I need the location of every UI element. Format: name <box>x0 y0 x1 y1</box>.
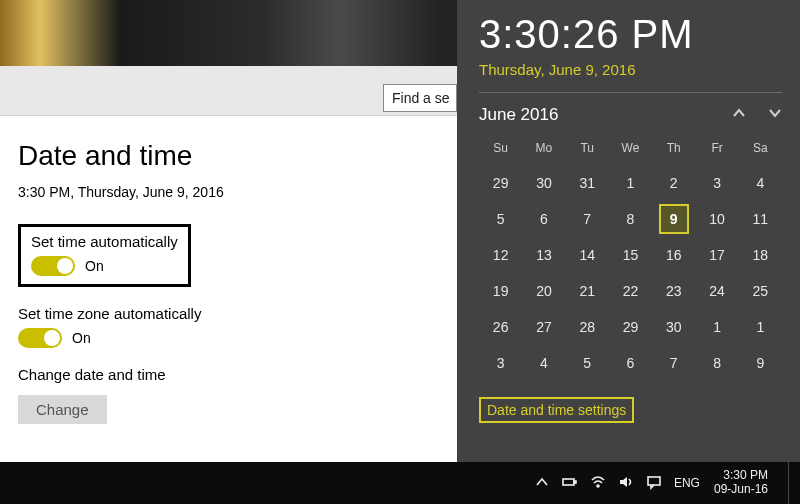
next-month-chevron-down-icon[interactable] <box>768 106 782 124</box>
calendar-day[interactable]: 5 <box>566 345 609 381</box>
svg-rect-0 <box>563 479 574 485</box>
calendar-day[interactable]: 16 <box>652 237 695 273</box>
calendar-day[interactable]: 22 <box>609 273 652 309</box>
calendar-day[interactable]: 4 <box>522 345 565 381</box>
calendar-day[interactable]: 9 <box>739 345 782 381</box>
change-label: Change date and time <box>18 366 438 383</box>
dow-header: Sa <box>739 135 782 165</box>
calendar-day[interactable]: 29 <box>479 165 522 201</box>
calendar-day[interactable]: 19 <box>479 273 522 309</box>
calendar-day[interactable]: 5 <box>479 201 522 237</box>
dow-header: We <box>609 135 652 165</box>
calendar-day[interactable]: 25 <box>739 273 782 309</box>
taskbar-clock[interactable]: 3:30 PM 09-Jun-16 <box>714 469 768 497</box>
calendar-day[interactable]: 15 <box>609 237 652 273</box>
taskbar-date: 09-Jun-16 <box>714 483 768 497</box>
auto-time-toggle[interactable] <box>31 256 75 276</box>
calendar-grid: SuMoTuWeThFrSa 2930311234567891011121314… <box>479 135 782 381</box>
calendar-day[interactable]: 4 <box>739 165 782 201</box>
auto-time-label: Set time automatically <box>31 233 178 250</box>
show-desktop-button[interactable] <box>788 462 794 504</box>
auto-time-state: On <box>85 258 104 274</box>
calendar-day[interactable]: 6 <box>522 201 565 237</box>
calendar-day[interactable]: 31 <box>566 165 609 201</box>
calendar-day[interactable]: 3 <box>479 345 522 381</box>
search-input[interactable]: Find a se <box>383 84 457 112</box>
calendar-day[interactable]: 9 <box>652 201 695 237</box>
wifi-icon[interactable] <box>590 474 606 493</box>
calendar-day[interactable]: 12 <box>479 237 522 273</box>
calendar-day[interactable]: 8 <box>695 345 738 381</box>
calendar-day[interactable]: 10 <box>695 201 738 237</box>
tray-chevron-up-icon[interactable] <box>534 474 550 493</box>
calendar-day[interactable]: 26 <box>479 309 522 345</box>
calendar-day[interactable]: 30 <box>652 309 695 345</box>
highlight-box-auto-time: Set time automatically On <box>18 224 191 287</box>
date-time-settings-link[interactable]: Date and time settings <box>479 397 634 423</box>
language-indicator[interactable]: ENG <box>674 476 700 490</box>
calendar-day[interactable]: 3 <box>695 165 738 201</box>
calendar-day[interactable]: 30 <box>522 165 565 201</box>
auto-zone-state: On <box>72 330 91 346</box>
calendar-flyout: 3:30:26 PM Thursday, June 9, 2016 June 2… <box>457 0 800 462</box>
calendar-day[interactable]: 17 <box>695 237 738 273</box>
prev-month-chevron-up-icon[interactable] <box>732 106 746 124</box>
dow-header: Tu <box>566 135 609 165</box>
calendar-day[interactable]: 13 <box>522 237 565 273</box>
calendar-day[interactable]: 1 <box>695 309 738 345</box>
system-tray: ENG <box>534 474 700 493</box>
auto-time-group: Set time automatically On <box>18 224 438 287</box>
dow-header: Mo <box>522 135 565 165</box>
action-center-icon[interactable] <box>646 474 662 493</box>
calendar-day[interactable]: 14 <box>566 237 609 273</box>
dow-header: Su <box>479 135 522 165</box>
calendar-day[interactable]: 6 <box>609 345 652 381</box>
calendar-day[interactable]: 18 <box>739 237 782 273</box>
wallpaper-strip <box>0 0 457 66</box>
calendar-day[interactable]: 11 <box>739 201 782 237</box>
calendar-day[interactable]: 1 <box>739 309 782 345</box>
page-title: Date and time <box>18 140 438 172</box>
svg-marker-3 <box>620 477 627 487</box>
flyout-date: Thursday, June 9, 2016 <box>479 57 782 93</box>
month-label[interactable]: June 2016 <box>479 105 558 125</box>
taskbar: ENG 3:30 PM 09-Jun-16 <box>0 462 800 504</box>
taskbar-time: 3:30 PM <box>714 469 768 483</box>
auto-zone-group: Set time zone automatically On <box>18 305 438 348</box>
calendar-day[interactable]: 29 <box>609 309 652 345</box>
calendar-day[interactable]: 7 <box>566 201 609 237</box>
calendar-day[interactable]: 23 <box>652 273 695 309</box>
volume-icon[interactable] <box>618 474 634 493</box>
svg-rect-1 <box>574 481 576 483</box>
calendar-day[interactable]: 20 <box>522 273 565 309</box>
change-button[interactable]: Change <box>18 395 107 424</box>
dow-header: Fr <box>695 135 738 165</box>
change-group: Change date and time Change <box>18 366 438 424</box>
calendar-day[interactable]: 1 <box>609 165 652 201</box>
settings-pane: Date and time 3:30 PM, Thursday, June 9,… <box>18 126 438 442</box>
calendar-day[interactable]: 27 <box>522 309 565 345</box>
calendar-day[interactable]: 21 <box>566 273 609 309</box>
flyout-time: 3:30:26 PM <box>479 12 782 57</box>
current-datetime: 3:30 PM, Thursday, June 9, 2016 <box>18 184 438 200</box>
calendar-day[interactable]: 7 <box>652 345 695 381</box>
dow-header: Th <box>652 135 695 165</box>
calendar-day[interactable]: 2 <box>652 165 695 201</box>
svg-rect-4 <box>648 477 660 485</box>
calendar-day[interactable]: 28 <box>566 309 609 345</box>
battery-icon[interactable] <box>562 474 578 493</box>
auto-zone-toggle[interactable] <box>18 328 62 348</box>
auto-zone-label: Set time zone automatically <box>18 305 438 322</box>
svg-point-2 <box>597 485 599 487</box>
calendar-day[interactable]: 8 <box>609 201 652 237</box>
calendar-day[interactable]: 24 <box>695 273 738 309</box>
